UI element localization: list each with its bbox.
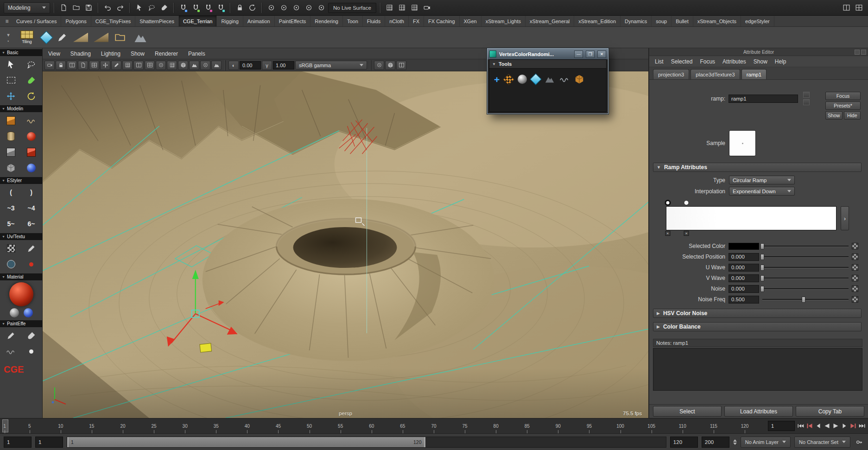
pan-zoom-2d-icon[interactable]	[100, 61, 110, 70]
shelf-tab[interactable]: nCloth	[385, 16, 409, 26]
poly-prism-button[interactable]	[3, 160, 19, 175]
shelf-tab[interactable]: ShatternPieces	[135, 16, 179, 26]
time-slider[interactable]: 1510152025303540455055606570758085909510…	[0, 418, 868, 433]
interpolation-dropdown[interactable]: Exponential Down	[729, 187, 795, 196]
menu-set-dropdown[interactable]: Modeling	[4, 2, 50, 13]
poly-bridge-button[interactable]	[23, 113, 40, 128]
gamma-icon[interactable]: γ	[262, 61, 272, 70]
hsv-color-noise-section-header[interactable]: ▶ HSV Color Noise	[653, 309, 862, 318]
animation-end-field[interactable]	[702, 437, 729, 448]
texture-map-button[interactable]	[852, 264, 858, 271]
play-backwards-button[interactable]	[823, 420, 831, 431]
add-tool-icon[interactable]: +	[494, 75, 500, 84]
gate-mask-icon[interactable]	[156, 61, 166, 70]
render-camera-icon[interactable]	[422, 2, 433, 13]
viewport-menu-item[interactable]: Shading	[70, 51, 91, 57]
sphere-tool-icon[interactable]	[518, 75, 527, 84]
vertex-color-randomizer-window[interactable]: VertexColorRandomi... — ❒ ✕ ▼ Tools +	[487, 48, 608, 114]
pin-panel-icon[interactable]	[855, 50, 860, 55]
playback-start-field[interactable]	[35, 437, 63, 448]
selected-face-handle[interactable]	[200, 343, 212, 352]
render-settings-icon[interactable]	[409, 2, 420, 13]
viewport-menu-item[interactable]: Renderer	[155, 51, 178, 57]
color-balance-section-header[interactable]: ▶ Color Balance	[653, 322, 862, 331]
uv-pen-button[interactable]	[23, 241, 40, 256]
shelf-tab[interactable]: Bullet	[672, 16, 693, 26]
ramp-attributes-section-header[interactable]: ▼ Ramp Attributes	[653, 163, 862, 172]
slider-handle[interactable]	[760, 275, 764, 281]
paint-wave-button[interactable]	[3, 344, 19, 359]
shelf-tab[interactable]: Rendering	[310, 16, 343, 26]
slider-handle[interactable]	[760, 243, 764, 249]
ramp-handle[interactable]	[684, 200, 689, 205]
animation-start-field[interactable]	[4, 437, 32, 448]
new-scene-icon[interactable]	[58, 2, 69, 13]
lasso-select-icon[interactable]	[146, 2, 157, 13]
camera-attributes-icon[interactable]	[67, 61, 77, 70]
shelf-tab[interactable]: CGE_TinyFixes	[91, 16, 136, 26]
playback-range-bar[interactable]: 1 120	[67, 437, 425, 447]
image-plane-icon[interactable]	[89, 61, 99, 70]
ramp-delete-icon[interactable]: ×	[684, 231, 689, 236]
ae-footer-button[interactable]: Load Attributes	[724, 406, 793, 417]
snap-to-curve-icon[interactable]	[190, 2, 201, 13]
checker-diamond-icon[interactable]	[503, 74, 514, 85]
minimize-icon[interactable]: —	[574, 51, 583, 58]
slope2-shelf-button[interactable]	[94, 28, 108, 47]
shadows-icon[interactable]	[211, 61, 222, 70]
shelf-tab[interactable]: soup	[652, 16, 672, 26]
resolution-gate-icon[interactable]	[145, 61, 155, 70]
section-header-basic[interactable]: ▼Basic	[0, 49, 42, 56]
select-hierarchy-icon[interactable]	[266, 2, 277, 13]
shelf-tab[interactable]: Rigging	[217, 16, 243, 26]
select-object-icon[interactable]	[278, 2, 289, 13]
use-all-lights-icon[interactable]	[200, 61, 210, 70]
shelf-tab[interactable]: Polygons	[61, 16, 91, 26]
shelf-tab[interactable]: PaintEffects	[275, 16, 311, 26]
panel-menu-icon[interactable]	[861, 50, 866, 55]
estyler-tool-button[interactable]: ~3	[3, 201, 19, 215]
ae-menu-item[interactable]: Focus	[700, 58, 715, 65]
select-component-icon[interactable]	[291, 2, 302, 13]
current-frame-indicator[interactable]	[2, 419, 8, 432]
current-time-field[interactable]	[768, 421, 795, 431]
viewport-menu-item[interactable]: Lighting	[101, 51, 120, 57]
maximize-icon[interactable]: ❒	[586, 51, 595, 58]
anim-layer-selector[interactable]: No Anim Layer	[741, 437, 791, 448]
panel-layout-single-icon[interactable]	[841, 2, 852, 13]
snap-to-view-plane-icon[interactable]	[215, 2, 226, 13]
slider-handle[interactable]	[760, 265, 764, 271]
texture-map-button[interactable]	[852, 254, 858, 260]
ramp-handle-selected[interactable]	[665, 200, 671, 206]
parameter-slider[interactable]	[762, 274, 849, 282]
folder-shelf-button[interactable]	[114, 28, 126, 47]
parameter-value-field[interactable]: 0.000	[729, 285, 759, 293]
shelf-tab[interactable]: xStream_Edition	[574, 16, 621, 26]
diamond-shelf-button[interactable]	[42, 28, 51, 47]
section-header-material[interactable]: ▼Material	[0, 273, 42, 280]
character-set-selector[interactable]: No Character Set	[794, 437, 850, 448]
film-gate-icon[interactable]	[133, 61, 144, 70]
presets-button[interactable]: Presets*	[825, 101, 861, 110]
ipr-render-icon[interactable]	[397, 2, 408, 13]
expand-node-icon[interactable]	[803, 92, 810, 98]
camera-select-icon[interactable]	[44, 61, 55, 70]
select-tool-icon[interactable]	[133, 2, 145, 13]
ae-menu-item[interactable]: Selected	[671, 58, 693, 65]
step-back-frame-button[interactable]	[814, 420, 822, 431]
wireframe-icon[interactable]	[167, 61, 177, 70]
go-to-end-button[interactable]	[858, 420, 866, 431]
grid-toggle-icon[interactable]	[122, 61, 133, 70]
screen-ao-icon[interactable]	[396, 61, 406, 70]
section-header-estyler[interactable]: ▼EStyler	[0, 177, 42, 184]
redo-icon[interactable]	[114, 2, 126, 13]
grease-pencil-icon[interactable]	[111, 61, 121, 70]
ae-menu-item[interactable]: Attributes	[722, 58, 746, 65]
highlight-selection-icon[interactable]	[303, 2, 314, 13]
go-to-start-button[interactable]	[796, 420, 805, 431]
cube-tool-icon[interactable]	[574, 74, 584, 84]
ae-node-tab[interactable]: place3dTexture3	[691, 69, 740, 79]
render-view-icon[interactable]	[384, 2, 395, 13]
collapse-node-icon[interactable]	[803, 99, 810, 105]
attribute-editor-titlebar[interactable]: Attribute Editor	[649, 48, 868, 56]
